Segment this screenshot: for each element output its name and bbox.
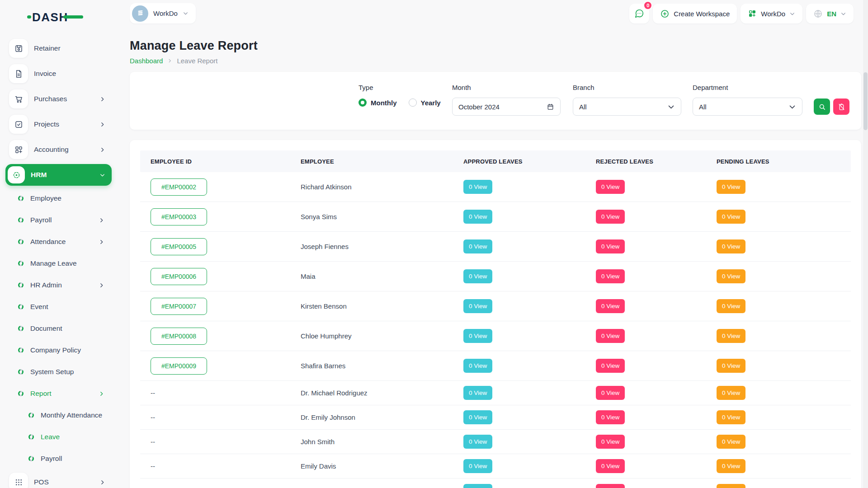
pending-leaves-view-button[interactable]: 0 View bbox=[717, 299, 745, 313]
pending-leaves-view-button[interactable]: 0 View bbox=[717, 239, 745, 253]
globe-icon bbox=[813, 9, 823, 19]
rejected-leaves-view-button[interactable]: 0 View bbox=[596, 239, 625, 253]
scrollbar[interactable] bbox=[863, 0, 868, 488]
breadcrumb-dashboard-link[interactable]: Dashboard bbox=[130, 57, 163, 65]
approved-leaves-view-button[interactable]: 0 View bbox=[463, 210, 492, 224]
reset-button[interactable] bbox=[833, 99, 849, 115]
branch-select[interactable]: All bbox=[573, 98, 681, 116]
sidebar-item-hrm[interactable]: HRM bbox=[5, 164, 112, 186]
workspace-switcher[interactable]: WorkDo bbox=[130, 3, 196, 23]
pending-leaves-view-button[interactable]: 0 View bbox=[717, 180, 745, 194]
pending-leaves-view-button[interactable]: 0 View bbox=[717, 329, 745, 343]
scrollbar-thumb[interactable] bbox=[863, 72, 868, 130]
rejected-leaves-view-button[interactable]: 0 View bbox=[596, 329, 625, 343]
approved-leaves-view-button[interactable]: 0 View bbox=[463, 386, 492, 400]
employee-id-button[interactable]: #EMP00003 bbox=[151, 208, 207, 225]
month-filter: Month October 2024 bbox=[452, 84, 561, 116]
sidebar-item-purchases[interactable]: Purchases bbox=[5, 86, 112, 112]
pending-leaves-view-button[interactable]: 0 View bbox=[717, 386, 745, 400]
messages-button[interactable]: 0 bbox=[629, 4, 649, 23]
sidebar-item-payroll[interactable]: Payroll bbox=[5, 209, 112, 231]
employee-id-button[interactable]: #EMP00005 bbox=[151, 238, 207, 255]
chevron-right-icon bbox=[99, 122, 105, 127]
month-input[interactable]: October 2024 bbox=[452, 98, 561, 116]
sidebar-item-attendance[interactable]: Attendance bbox=[5, 231, 112, 253]
approved-leaves-view-button[interactable]: 0 View bbox=[463, 239, 492, 253]
sidebar-item-report[interactable]: Report bbox=[5, 383, 112, 404]
search-button[interactable] bbox=[814, 99, 830, 115]
approved-leaves-view-button[interactable]: 0 View bbox=[463, 410, 492, 424]
chevron-down-icon bbox=[788, 103, 796, 111]
employee-id-button[interactable]: #EMP00002 bbox=[151, 178, 207, 196]
pending-leaves-view-button[interactable]: 0 View bbox=[717, 484, 745, 488]
rejected-leaves-view-button[interactable]: 0 View bbox=[596, 210, 625, 224]
sidebar-item-leave[interactable]: Leave bbox=[5, 426, 112, 448]
chevron-down-icon bbox=[840, 11, 846, 17]
pending-leaves-view-button[interactable]: 0 View bbox=[717, 359, 745, 373]
rejected-leaves-view-button[interactable]: 0 View bbox=[596, 386, 625, 400]
type-label: Type bbox=[359, 84, 441, 91]
messages-count-badge: 0 bbox=[643, 1, 652, 10]
employee-id-button[interactable]: #EMP00006 bbox=[151, 268, 207, 285]
pending-leaves-view-button[interactable]: 0 View bbox=[717, 410, 745, 424]
rejected-leaves-view-button[interactable]: 0 View bbox=[596, 180, 625, 194]
sidebar-item-accounting[interactable]: Accounting bbox=[5, 137, 112, 162]
employee-id-button[interactable]: #EMP00008 bbox=[151, 328, 207, 345]
table-row: #EMP00006Maia0 View0 View0 View bbox=[140, 262, 851, 291]
sidebar-item-document[interactable]: Document bbox=[5, 318, 112, 339]
sidebar-item-employee[interactable]: Employee bbox=[5, 188, 112, 209]
rejected-leaves-view-button[interactable]: 0 View bbox=[596, 269, 625, 283]
chevron-right-icon bbox=[99, 239, 104, 245]
reset-icon bbox=[838, 103, 845, 111]
sidebar-item-event[interactable]: Event bbox=[5, 296, 112, 318]
bullet-icon bbox=[18, 347, 24, 353]
rejected-leaves-view-button[interactable]: 0 View bbox=[596, 410, 625, 424]
sidebar-item-pos[interactable]: POS bbox=[5, 469, 112, 488]
employee-id-button[interactable]: #EMP00007 bbox=[151, 298, 207, 315]
approved-leaves-view-button[interactable]: 0 View bbox=[463, 435, 492, 449]
sidebar-item-projects[interactable]: Projects bbox=[5, 112, 112, 137]
pending-leaves-view-button[interactable]: 0 View bbox=[717, 435, 745, 449]
sidebar-item-label: Invoice bbox=[34, 70, 105, 78]
pending-leaves-view-button[interactable]: 0 View bbox=[717, 269, 745, 283]
approved-leaves-view-button[interactable]: 0 View bbox=[463, 299, 492, 313]
employee-id-button[interactable]: #EMP00009 bbox=[151, 357, 207, 375]
department-select[interactable]: All bbox=[693, 98, 802, 116]
table-row: --Emily Davis0 View0 View0 View bbox=[140, 454, 851, 479]
dash-logo[interactable]: DASH bbox=[27, 9, 85, 24]
rejected-leaves-view-button[interactable]: 0 View bbox=[596, 299, 625, 313]
approved-leaves-view-button[interactable]: 0 View bbox=[463, 359, 492, 373]
sidebar-item-retainer[interactable]: Retainer bbox=[5, 36, 112, 61]
approved-leaves-view-button[interactable]: 0 View bbox=[463, 484, 492, 488]
sidebar-item-manage-leave[interactable]: Manage Leave bbox=[5, 253, 112, 274]
branch-filter: Branch All bbox=[573, 84, 681, 116]
approved-leaves-view-button[interactable]: 0 View bbox=[463, 329, 492, 343]
approved-leaves-view-button[interactable]: 0 View bbox=[463, 180, 492, 194]
approved-leaves-view-button[interactable]: 0 View bbox=[463, 269, 492, 283]
sidebar-item-invoice[interactable]: Invoice bbox=[5, 61, 112, 86]
rejected-leaves-view-button[interactable]: 0 View bbox=[596, 435, 625, 449]
table-row: --Dr. Emily Johnson0 View0 View0 View bbox=[140, 405, 851, 430]
pending-leaves-view-button[interactable]: 0 View bbox=[717, 459, 745, 473]
sidebar-item-system-setup[interactable]: System Setup bbox=[5, 361, 112, 383]
app-menu-button[interactable]: WorkDo bbox=[741, 4, 802, 23]
radio-yearly[interactable]: Yearly bbox=[409, 99, 441, 107]
sidebar-item-company-policy[interactable]: Company Policy bbox=[5, 339, 112, 361]
sidebar-item-payroll[interactable]: Payroll bbox=[5, 448, 112, 469]
column-header: REJECTED LEAVES bbox=[585, 158, 706, 165]
sidebar-item-monthly-attendance[interactable]: Monthly Attendance bbox=[5, 404, 112, 426]
employee-name: Shafira Barnes bbox=[290, 362, 453, 370]
rejected-leaves-view-button[interactable]: 0 View bbox=[596, 459, 625, 473]
chevron-down-icon bbox=[183, 10, 189, 16]
approved-leaves-view-button[interactable]: 0 View bbox=[463, 459, 492, 473]
sidebar: RetainerInvoicePurchasesProjectsAccounti… bbox=[5, 26, 112, 488]
sidebar-item-hr-admin[interactable]: HR Admin bbox=[5, 274, 112, 296]
radio-monthly[interactable]: Monthly bbox=[359, 99, 397, 107]
rejected-leaves-view-button[interactable]: 0 View bbox=[596, 359, 625, 373]
create-workspace-button[interactable]: Create Workspace bbox=[653, 4, 737, 23]
pending-leaves-view-button[interactable]: 0 View bbox=[717, 210, 745, 224]
rejected-leaves-view-button[interactable]: 0 View bbox=[596, 484, 625, 488]
chevron-right-icon bbox=[99, 391, 104, 397]
language-selector[interactable]: EN bbox=[806, 4, 854, 23]
sidebar-item-label: HRM bbox=[31, 171, 94, 179]
